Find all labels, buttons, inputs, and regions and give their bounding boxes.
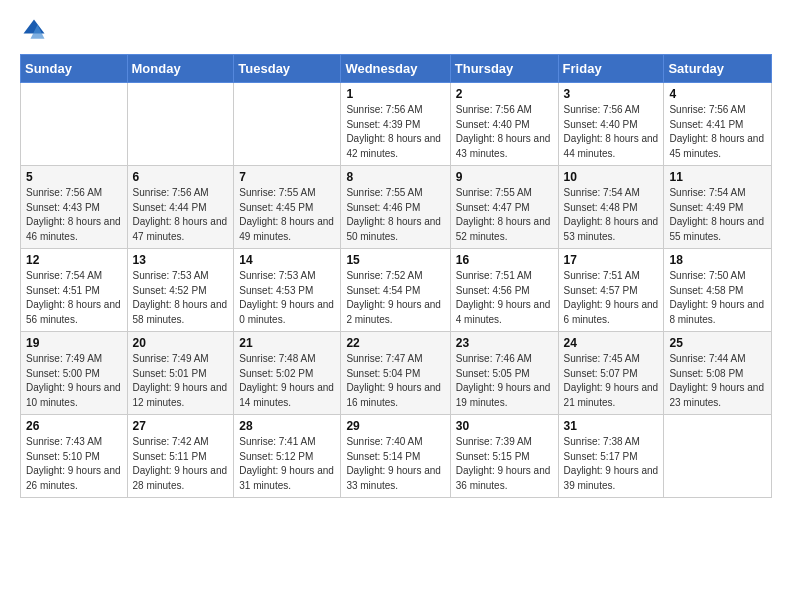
day-number: 3 [564,87,659,101]
calendar-cell: 1Sunrise: 7:56 AM Sunset: 4:39 PM Daylig… [341,83,450,166]
calendar-body: 1Sunrise: 7:56 AM Sunset: 4:39 PM Daylig… [21,83,772,498]
day-number: 9 [456,170,553,184]
day-number: 15 [346,253,444,267]
day-info: Sunrise: 7:54 AM Sunset: 4:48 PM Dayligh… [564,186,659,244]
calendar-cell: 29Sunrise: 7:40 AM Sunset: 5:14 PM Dayli… [341,415,450,498]
calendar-cell: 26Sunrise: 7:43 AM Sunset: 5:10 PM Dayli… [21,415,128,498]
calendar-cell: 31Sunrise: 7:38 AM Sunset: 5:17 PM Dayli… [558,415,664,498]
day-number: 24 [564,336,659,350]
day-number: 8 [346,170,444,184]
weekday-header-row: SundayMondayTuesdayWednesdayThursdayFrid… [21,55,772,83]
day-number: 23 [456,336,553,350]
logo-icon [20,16,48,44]
day-number: 11 [669,170,766,184]
weekday-header-monday: Monday [127,55,234,83]
week-row-1: 1Sunrise: 7:56 AM Sunset: 4:39 PM Daylig… [21,83,772,166]
header [20,16,772,44]
week-row-4: 19Sunrise: 7:49 AM Sunset: 5:00 PM Dayli… [21,332,772,415]
calendar-cell: 16Sunrise: 7:51 AM Sunset: 4:56 PM Dayli… [450,249,558,332]
calendar-cell: 8Sunrise: 7:55 AM Sunset: 4:46 PM Daylig… [341,166,450,249]
calendar-cell: 7Sunrise: 7:55 AM Sunset: 4:45 PM Daylig… [234,166,341,249]
day-number: 6 [133,170,229,184]
logo [20,16,52,44]
day-info: Sunrise: 7:38 AM Sunset: 5:17 PM Dayligh… [564,435,659,493]
day-info: Sunrise: 7:52 AM Sunset: 4:54 PM Dayligh… [346,269,444,327]
calendar-cell: 3Sunrise: 7:56 AM Sunset: 4:40 PM Daylig… [558,83,664,166]
svg-marker-0 [24,20,45,34]
day-info: Sunrise: 7:56 AM Sunset: 4:44 PM Dayligh… [133,186,229,244]
day-info: Sunrise: 7:56 AM Sunset: 4:41 PM Dayligh… [669,103,766,161]
day-info: Sunrise: 7:49 AM Sunset: 5:01 PM Dayligh… [133,352,229,410]
day-number: 20 [133,336,229,350]
day-number: 31 [564,419,659,433]
day-info: Sunrise: 7:49 AM Sunset: 5:00 PM Dayligh… [26,352,122,410]
calendar-cell: 5Sunrise: 7:56 AM Sunset: 4:43 PM Daylig… [21,166,128,249]
calendar-cell: 28Sunrise: 7:41 AM Sunset: 5:12 PM Dayli… [234,415,341,498]
day-info: Sunrise: 7:55 AM Sunset: 4:46 PM Dayligh… [346,186,444,244]
weekday-header-tuesday: Tuesday [234,55,341,83]
weekday-header-friday: Friday [558,55,664,83]
calendar-cell [664,415,772,498]
day-info: Sunrise: 7:41 AM Sunset: 5:12 PM Dayligh… [239,435,335,493]
day-info: Sunrise: 7:51 AM Sunset: 4:57 PM Dayligh… [564,269,659,327]
day-info: Sunrise: 7:43 AM Sunset: 5:10 PM Dayligh… [26,435,122,493]
day-info: Sunrise: 7:39 AM Sunset: 5:15 PM Dayligh… [456,435,553,493]
calendar-cell: 23Sunrise: 7:46 AM Sunset: 5:05 PM Dayli… [450,332,558,415]
day-number: 19 [26,336,122,350]
day-info: Sunrise: 7:50 AM Sunset: 4:58 PM Dayligh… [669,269,766,327]
day-info: Sunrise: 7:54 AM Sunset: 4:51 PM Dayligh… [26,269,122,327]
day-info: Sunrise: 7:54 AM Sunset: 4:49 PM Dayligh… [669,186,766,244]
calendar-cell: 21Sunrise: 7:48 AM Sunset: 5:02 PM Dayli… [234,332,341,415]
weekday-header-sunday: Sunday [21,55,128,83]
calendar-cell: 25Sunrise: 7:44 AM Sunset: 5:08 PM Dayli… [664,332,772,415]
day-info: Sunrise: 7:47 AM Sunset: 5:04 PM Dayligh… [346,352,444,410]
day-number: 17 [564,253,659,267]
day-number: 16 [456,253,553,267]
day-info: Sunrise: 7:40 AM Sunset: 5:14 PM Dayligh… [346,435,444,493]
day-number: 18 [669,253,766,267]
calendar-cell: 6Sunrise: 7:56 AM Sunset: 4:44 PM Daylig… [127,166,234,249]
week-row-2: 5Sunrise: 7:56 AM Sunset: 4:43 PM Daylig… [21,166,772,249]
day-number: 30 [456,419,553,433]
calendar: SundayMondayTuesdayWednesdayThursdayFrid… [20,54,772,498]
calendar-cell: 9Sunrise: 7:55 AM Sunset: 4:47 PM Daylig… [450,166,558,249]
day-number: 29 [346,419,444,433]
weekday-header-wednesday: Wednesday [341,55,450,83]
day-number: 5 [26,170,122,184]
day-number: 27 [133,419,229,433]
calendar-cell [234,83,341,166]
calendar-cell [127,83,234,166]
day-number: 10 [564,170,659,184]
day-info: Sunrise: 7:46 AM Sunset: 5:05 PM Dayligh… [456,352,553,410]
day-info: Sunrise: 7:45 AM Sunset: 5:07 PM Dayligh… [564,352,659,410]
calendar-cell: 30Sunrise: 7:39 AM Sunset: 5:15 PM Dayli… [450,415,558,498]
day-info: Sunrise: 7:53 AM Sunset: 4:52 PM Dayligh… [133,269,229,327]
calendar-cell: 27Sunrise: 7:42 AM Sunset: 5:11 PM Dayli… [127,415,234,498]
day-info: Sunrise: 7:56 AM Sunset: 4:40 PM Dayligh… [456,103,553,161]
weekday-header-thursday: Thursday [450,55,558,83]
day-number: 4 [669,87,766,101]
calendar-cell: 17Sunrise: 7:51 AM Sunset: 4:57 PM Dayli… [558,249,664,332]
calendar-cell: 14Sunrise: 7:53 AM Sunset: 4:53 PM Dayli… [234,249,341,332]
day-number: 12 [26,253,122,267]
day-info: Sunrise: 7:56 AM Sunset: 4:40 PM Dayligh… [564,103,659,161]
day-info: Sunrise: 7:55 AM Sunset: 4:45 PM Dayligh… [239,186,335,244]
day-info: Sunrise: 7:56 AM Sunset: 4:39 PM Dayligh… [346,103,444,161]
calendar-cell: 20Sunrise: 7:49 AM Sunset: 5:01 PM Dayli… [127,332,234,415]
calendar-cell: 10Sunrise: 7:54 AM Sunset: 4:48 PM Dayli… [558,166,664,249]
calendar-cell: 19Sunrise: 7:49 AM Sunset: 5:00 PM Dayli… [21,332,128,415]
day-number: 21 [239,336,335,350]
day-number: 26 [26,419,122,433]
day-number: 25 [669,336,766,350]
day-number: 1 [346,87,444,101]
calendar-cell [21,83,128,166]
calendar-cell: 4Sunrise: 7:56 AM Sunset: 4:41 PM Daylig… [664,83,772,166]
day-number: 22 [346,336,444,350]
day-number: 13 [133,253,229,267]
calendar-cell: 13Sunrise: 7:53 AM Sunset: 4:52 PM Dayli… [127,249,234,332]
weekday-header-saturday: Saturday [664,55,772,83]
day-number: 2 [456,87,553,101]
day-info: Sunrise: 7:53 AM Sunset: 4:53 PM Dayligh… [239,269,335,327]
calendar-cell: 15Sunrise: 7:52 AM Sunset: 4:54 PM Dayli… [341,249,450,332]
week-row-5: 26Sunrise: 7:43 AM Sunset: 5:10 PM Dayli… [21,415,772,498]
